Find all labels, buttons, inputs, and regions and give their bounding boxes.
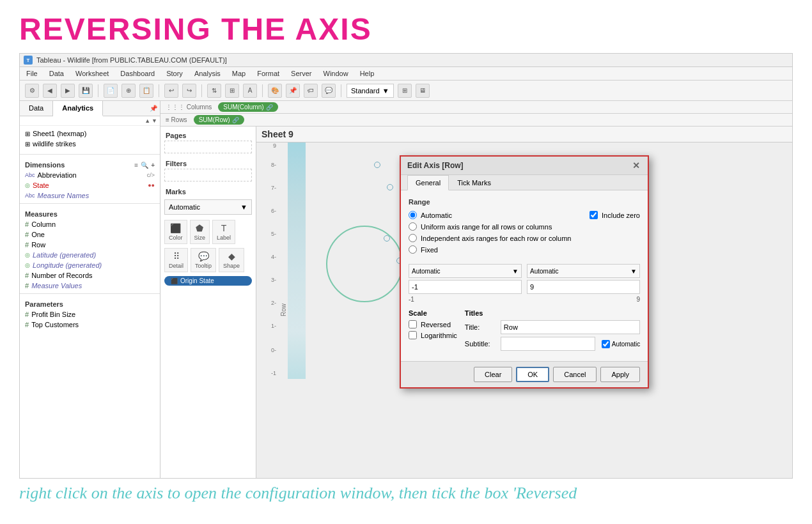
toolbar-save-btn[interactable]: 💾: [79, 84, 93, 98]
toolbar-paste-btn[interactable]: 📋: [139, 84, 153, 98]
dim-state[interactable]: ◎ State ●●: [20, 180, 160, 190]
dim-measure-names[interactable]: Abc Measure Names: [20, 190, 160, 201]
measure-latitude[interactable]: ◎ Latitude (generated): [20, 250, 160, 260]
param-profit-bin[interactable]: # Profit Bin Size: [20, 309, 160, 320]
marks-shape-btn[interactable]: ◆ Shape: [219, 248, 244, 272]
menu-file[interactable]: File: [25, 69, 39, 78]
toolbar-forward-btn[interactable]: ▶: [61, 84, 75, 98]
radio-automatic[interactable]: Automatic: [409, 211, 571, 219]
dialog-close-btn[interactable]: ✕: [631, 160, 641, 171]
rows-pill[interactable]: SUM(Row) 🔗: [194, 115, 244, 125]
menu-format[interactable]: Format: [256, 69, 281, 78]
add-dim-icon[interactable]: +: [151, 162, 155, 169]
measure-longitude[interactable]: ◎ Longitude (generated): [20, 260, 160, 270]
search-icon[interactable]: 🔍: [141, 162, 148, 169]
marks-detail-btn[interactable]: ⠿ Detail: [164, 248, 188, 272]
tab-analytics[interactable]: Analytics: [53, 101, 103, 116]
toolbar-highlight-btn[interactable]: A: [243, 84, 257, 98]
toolbar-copy-btn[interactable]: ⊕: [121, 84, 136, 98]
clear-button[interactable]: Clear: [474, 367, 512, 382]
menu-data[interactable]: Data: [48, 69, 65, 78]
scroll-down-btn[interactable]: ▼: [152, 118, 157, 124]
canvas-col: Sheet 9 9 8- 7- 6- 5- 4-: [256, 127, 792, 478]
sort-icon[interactable]: ≡: [134, 162, 138, 169]
toolbar-tooltip-btn[interactable]: 💬: [322, 84, 336, 98]
marks-type-dropdown[interactable]: Automatic ▼: [164, 199, 252, 215]
toolbar-home-btn[interactable]: ⚙: [25, 84, 39, 98]
dim-abbreviation[interactable]: Abc Abbreviation c/>: [20, 170, 160, 180]
toolbar-grid-btn[interactable]: ⊞: [398, 84, 412, 98]
columns-pill-link[interactable]: 🔗: [266, 104, 273, 111]
measure-label: Number of Records: [31, 272, 92, 279]
range-from-input[interactable]: [409, 280, 522, 294]
toolbar-view-dropdown[interactable]: Standard ▼: [347, 84, 394, 98]
menu-help[interactable]: Help: [359, 69, 376, 78]
include-zero-checkbox[interactable]: Include zero: [589, 211, 640, 219]
marks-label-btn[interactable]: T Label: [212, 220, 235, 244]
marks-size-btn[interactable]: ⬟ Size: [190, 220, 210, 244]
toolbar-fix-btn[interactable]: 📌: [286, 84, 300, 98]
menu-map[interactable]: Map: [231, 69, 247, 78]
logarithmic-checkbox[interactable]: Logarithmic: [409, 331, 457, 339]
ok-button[interactable]: OK: [516, 367, 549, 382]
measure-label: Column: [31, 220, 56, 228]
toolbar-new-btn[interactable]: 📄: [104, 84, 118, 98]
toolbar-group-btn[interactable]: ⊞: [225, 84, 239, 98]
radio-independent[interactable]: Independent axis ranges for each row or …: [409, 234, 571, 242]
measure-num-records[interactable]: # Number of Records: [20, 270, 160, 281]
reversed-label: Reversed: [421, 321, 451, 328]
radio-fixed[interactable]: Fixed: [409, 245, 571, 254]
menu-server[interactable]: Server: [290, 69, 313, 78]
toolbar-redo-btn[interactable]: ↪: [182, 84, 196, 98]
sheet-item-hexmap[interactable]: ⊞ Sheet1 (hexmap): [22, 128, 157, 139]
marks-icons-row-2: ⠿ Detail 💬 Tooltip ◆ Shape: [164, 248, 252, 272]
auto-subtitle-check[interactable]: Automatic: [602, 340, 640, 348]
scroll-up-btn[interactable]: ▲: [144, 118, 150, 124]
pages-content: [164, 141, 252, 153]
measure-values[interactable]: # Measure Values: [20, 281, 160, 291]
range-to-select[interactable]: Automatic ▼: [527, 264, 640, 278]
range-min-display: -1: [409, 296, 414, 303]
menu-analysis[interactable]: Analysis: [193, 69, 222, 78]
mark-label: Color: [169, 235, 183, 241]
columns-pill[interactable]: SUM(Column) 🔗: [218, 102, 277, 112]
apply-button[interactable]: Apply: [600, 367, 640, 382]
menu-window[interactable]: Window: [322, 69, 350, 78]
measure-one[interactable]: # One: [20, 229, 160, 240]
subtitle-row: Subtitle: Automatic: [465, 337, 640, 351]
toolbar-undo-btn[interactable]: ↩: [164, 84, 178, 98]
marks-color-btn[interactable]: ⬛ Color: [164, 220, 187, 244]
measure-label: One: [31, 231, 45, 238]
radio-uniform[interactable]: Uniform axis range for all rows or colum…: [409, 222, 571, 231]
menu-story[interactable]: Story: [165, 69, 184, 78]
measure-column[interactable]: # Column: [20, 219, 160, 229]
panel-pin-btn[interactable]: 📌: [150, 105, 157, 112]
toolbar-label-btn[interactable]: 🏷: [304, 84, 318, 98]
subtitle-input[interactable]: [501, 337, 595, 351]
marks-tooltip-btn[interactable]: 💬 Tooltip: [191, 248, 216, 272]
cancel-button[interactable]: Cancel: [553, 367, 597, 382]
toolbar-color-btn[interactable]: 🎨: [268, 84, 282, 98]
tab-tick-marks[interactable]: Tick Marks: [449, 175, 499, 190]
pill-icon: ⬛: [171, 278, 178, 284]
mark-label: Tooltip: [195, 263, 212, 269]
menu-worksheet[interactable]: Worksheet: [74, 69, 110, 78]
sheet-item-wildlife[interactable]: ⊞ wildlife strikes: [22, 139, 157, 149]
toolbar-back-btn[interactable]: ◀: [43, 84, 57, 98]
range-to-input[interactable]: [527, 280, 640, 294]
range-from-select[interactable]: Automatic ▼: [409, 264, 522, 278]
origin-state-pill[interactable]: ⬛ Origin State: [164, 276, 252, 286]
panel-scroll-buttons: ▲ ▼: [20, 116, 160, 126]
tab-general[interactable]: General: [407, 175, 449, 190]
tab-data[interactable]: Data: [20, 101, 53, 116]
title-input[interactable]: [501, 320, 640, 334]
param-top-customers[interactable]: # Top Customers: [20, 320, 160, 330]
toolbar-sort-btn[interactable]: ⇅: [207, 84, 221, 98]
rows-pill-link[interactable]: 🔗: [232, 117, 239, 123]
sheet-icon: ⊞: [25, 141, 30, 148]
measure-row[interactable]: # Row: [20, 240, 160, 250]
toolbar-present-btn[interactable]: 🖥: [416, 84, 430, 98]
reversed-checkbox[interactable]: Reversed: [409, 320, 457, 328]
menu-dashboard[interactable]: Dashboard: [119, 69, 156, 78]
title-label: Title:: [465, 323, 497, 331]
